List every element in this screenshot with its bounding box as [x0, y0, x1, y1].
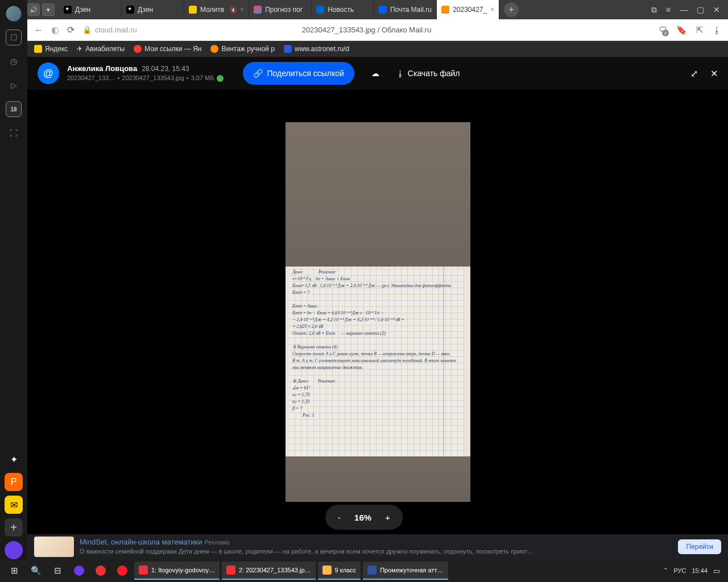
play-icon[interactable]: ▷ [6, 77, 22, 93]
calendar-badge[interactable]: 18 [6, 101, 22, 117]
app-tile-1[interactable]: ✦ [5, 450, 23, 468]
tab-mail[interactable]: Почта Mail.ru [374, 0, 437, 19]
cloud-up-icon: ☁ [371, 69, 379, 78]
ad-go-button[interactable]: Перейти [678, 539, 721, 554]
image-viewer[interactable]: Дано: Решение: ν=10¹⁵ Гц hν = Aвых + Eки… [27, 90, 728, 534]
copies-icon[interactable]: ⧉ [651, 5, 657, 15]
app-tile-2[interactable]: P [5, 473, 23, 491]
mute-icon: 🔇 [230, 7, 237, 13]
taskbar-app-1[interactable]: 1: Itogovyiy-godovoy… [134, 562, 220, 580]
ad-banner: MindSet, онлайн-школа математикиРеклама … [27, 534, 728, 559]
bookmark-label: www.astronet.ru/d [295, 45, 349, 53]
windows-taskbar: ⊞ 🔍 ⊟ 1: Itogovyiy-godovoy… 2: 20230427_… [0, 559, 728, 582]
orange-icon [210, 45, 218, 53]
profile-avatar[interactable] [6, 6, 22, 22]
alice-icon[interactable] [5, 541, 23, 559]
minimize-icon[interactable]: — [680, 5, 688, 14]
bookmark-vintage[interactable]: Винтаж ручной р [210, 45, 275, 53]
taskbar-app-2[interactable]: 2: 20230427_133543.jp… [222, 562, 316, 580]
plane-icon: ✈ [77, 45, 82, 53]
browser-tab-bar: 🔊 ▾ Дзен Дзен Молитв🔇× Прогноз пог Новос… [0, 0, 728, 19]
tab-cloud-active[interactable]: 20230427_× [437, 0, 499, 19]
share-label: Поделиться ссылкой [267, 69, 344, 78]
shield-icon[interactable]: ◐ [51, 24, 59, 35]
language-indicator[interactable]: РУС [673, 567, 686, 574]
url-text: cloud.mail.ru [95, 26, 137, 34]
reload-icon[interactable]: ⟳ [67, 24, 75, 35]
tab-news[interactable]: Новость [312, 0, 374, 19]
bookmark-label: Яндекс [45, 45, 68, 53]
bookmark-astronet[interactable]: www.astronet.ru/d [284, 45, 349, 53]
bookmark-icon[interactable]: 🔖 [676, 25, 687, 35]
zoom-control: - 16% + [325, 505, 403, 530]
download-button[interactable]: ⭳Скачать файл [396, 69, 460, 78]
alice-taskbar-icon[interactable] [69, 561, 89, 580]
bookmark-links[interactable]: Мои ссылки — Ян [134, 45, 201, 53]
breadcrumb-short[interactable]: 20230427_133… [67, 74, 115, 82]
bookmark-avia[interactable]: ✈Авиабилеты [77, 45, 125, 53]
start-icon[interactable]: ⊞ [5, 561, 24, 580]
add-tile-button[interactable]: + [5, 518, 23, 537]
ad-title[interactable]: MindSet, онлайн-школа математики [80, 538, 202, 546]
fullscreen-icon[interactable]: ⤢ [690, 68, 698, 79]
tab-label: Почта Mail.ru [390, 6, 432, 14]
word-icon [367, 566, 377, 575]
weather-icon [254, 6, 262, 14]
red-icon [134, 45, 142, 53]
handwritten-notes: Дано: Решение: ν=10¹⁵ Гц hν = Aвых + Eки… [292, 269, 461, 419]
bookmark-yandex[interactable]: Яндекс [34, 45, 68, 53]
zoom-out-button[interactable]: - [338, 513, 341, 522]
back-icon[interactable]: ← [34, 25, 43, 35]
task-view-icon[interactable]: ⊟ [48, 561, 67, 580]
download-arrow-icon: ⭳ [396, 69, 404, 78]
tab-label: Дзен [75, 6, 90, 14]
new-tab-button[interactable]: + [504, 2, 519, 17]
yandex-icon [34, 45, 42, 53]
tab-dzen-1[interactable]: Дзен [59, 0, 122, 19]
close-viewer-icon[interactable]: ✕ [710, 68, 718, 79]
tab-dzen-2[interactable]: Дзен [122, 0, 184, 19]
tab-label: Молитв [200, 6, 224, 14]
tab-molitva[interactable]: Молитв🔇× [184, 0, 249, 19]
user-avatar[interactable]: @ [38, 63, 59, 84]
tab-weather[interactable]: Прогноз пог [249, 0, 312, 19]
bookmark-panel-icon[interactable]: ☐ [6, 30, 22, 45]
filename: 20230427_133543.jpg [122, 74, 184, 82]
taskbar-app-label: Промежуточная атт… [380, 567, 443, 573]
clock[interactable]: 15:44 [692, 567, 708, 574]
maximize-icon[interactable]: ▢ [697, 5, 704, 14]
cloud-upload-button[interactable]: ☁ [371, 69, 379, 78]
download-icon[interactable]: ⭳ [713, 25, 721, 35]
extension-icon[interactable]: ⇱ [696, 25, 704, 35]
share-button[interactable]: 🔗Поделиться ссылкой [243, 62, 354, 85]
file-size: 3.07 МБ [191, 74, 214, 82]
taskbar-app-label: 2: 20230427_133543.jp… [239, 567, 311, 573]
menu-icon[interactable]: ≡ [666, 5, 671, 14]
yandex-taskbar-icon[interactable] [91, 561, 110, 580]
opera-taskbar-icon[interactable] [113, 561, 132, 580]
search-icon[interactable]: 🔍 [26, 561, 46, 580]
tab-dropdown-icon[interactable]: ▾ [42, 3, 55, 16]
mail-icon [379, 6, 387, 14]
cloud-icon [441, 6, 449, 14]
page-title: 20230427_133543.jpg / Облако Mail.ru [302, 26, 432, 34]
sidebar-bottom: ✦ P ✉ + [0, 450, 27, 559]
close-icon[interactable]: × [240, 6, 244, 14]
zoom-level: 16% [354, 513, 371, 522]
zoom-in-button[interactable]: + [385, 513, 390, 522]
tray-up-icon[interactable]: ˄ [664, 567, 668, 575]
notifications-icon[interactable]: ▭ [713, 567, 720, 575]
app-tile-3[interactable]: ✉ [5, 496, 23, 514]
sound-icon[interactable]: 🔊 [27, 3, 40, 16]
capture-icon[interactable]: ⛶ [6, 125, 22, 141]
taskbar-app-4[interactable]: Промежуточная атт… [363, 562, 448, 580]
ad-body: О важности семейной поддержки Дети днем … [80, 548, 533, 555]
download-label: Скачать файл [408, 69, 460, 78]
folder-icon [322, 566, 332, 575]
history-icon[interactable]: ◷ [6, 53, 22, 69]
close-window-icon[interactable]: ✕ [713, 5, 720, 14]
close-icon[interactable]: × [490, 6, 494, 14]
translate-icon[interactable]: 🗨2 [659, 25, 667, 35]
taskbar-app-3[interactable]: 9 класс [318, 562, 361, 580]
url-field[interactable]: 🔒 cloud.mail.ru [82, 26, 294, 34]
